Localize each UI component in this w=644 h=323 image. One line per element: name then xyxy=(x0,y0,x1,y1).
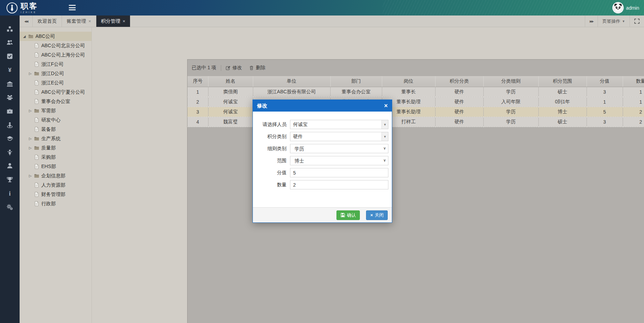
table-cell: 学历 xyxy=(483,87,538,97)
caret-collapsed-icon[interactable]: ▷ xyxy=(29,137,34,140)
approval-check-icon[interactable] xyxy=(6,52,14,61)
tab-account-management[interactable]: 账套管理× xyxy=(62,15,96,27)
combo-arrow-icon[interactable]: ▼ xyxy=(382,120,388,129)
file-icon xyxy=(34,117,41,123)
tree-node[interactable]: ABC公司北京分公司 xyxy=(20,41,92,50)
field-input[interactable] xyxy=(290,180,388,189)
caret-expanded-icon[interactable]: ◢ xyxy=(23,34,28,38)
tab-welcome-home[interactable]: 欢迎首页 xyxy=(33,15,62,27)
field-combobox[interactable] xyxy=(290,132,388,141)
cubes-icon[interactable] xyxy=(6,24,14,33)
bank-icon[interactable] xyxy=(6,79,14,88)
tab-operations-dropdown[interactable]: 页签操作 ▼ xyxy=(598,15,630,27)
form-row: 细则类别学历∨ xyxy=(253,144,392,153)
tree-node[interactable]: ◢ABC公司 xyxy=(20,32,92,41)
field-select[interactable]: 博士 xyxy=(290,156,388,165)
tree-node-label: 质量部 xyxy=(41,145,56,151)
salary-yen-icon[interactable]: ¥ xyxy=(6,65,14,74)
column-header[interactable]: 积分分类 xyxy=(435,76,483,87)
caret-collapsed-icon[interactable]: ▷ xyxy=(29,174,34,178)
column-header[interactable]: 单位 xyxy=(253,76,330,87)
tree-node[interactable]: ▷军需部 xyxy=(20,106,92,115)
column-header[interactable]: 数量 xyxy=(623,76,644,87)
info-icon[interactable]: i xyxy=(6,189,14,198)
toolbar-divider xyxy=(221,65,221,71)
tree-node[interactable]: ABC公司上海分公司 xyxy=(20,50,92,60)
column-header[interactable]: 部门 xyxy=(330,76,382,87)
field-input[interactable] xyxy=(290,168,388,177)
tree-node-label: 企划信息部 xyxy=(41,173,65,179)
tab-close-icon[interactable]: × xyxy=(123,19,126,23)
tree-node[interactable]: ▷浙江D公司 xyxy=(20,69,92,78)
table-cell: 硕士 xyxy=(538,87,587,97)
table-row[interactable]: 1窦倍阁浙江ABC股份有限公司董事会办公室董事长硬件学历硕士3133 xyxy=(187,87,644,97)
dialog-footer: 确认 × 关闭 xyxy=(253,207,392,222)
tree-node[interactable]: EHS部 xyxy=(20,162,92,171)
field-select[interactable]: 学历 xyxy=(290,144,388,153)
column-header[interactable]: 分类细则 xyxy=(483,76,538,87)
graduation-cap-icon[interactable] xyxy=(6,134,14,143)
column-header[interactable]: 序号 xyxy=(187,76,208,87)
tree-node-label: EHS部 xyxy=(41,164,56,170)
tree-node[interactable]: 浙江F公司 xyxy=(20,60,92,69)
tree-node[interactable]: 采购部 xyxy=(20,153,92,162)
table-cell: 硬件 xyxy=(435,117,483,127)
gears-icon[interactable] xyxy=(6,202,14,211)
tree-node[interactable]: ABC公司宁夏分公司 xyxy=(20,87,92,97)
street-view-icon[interactable] xyxy=(6,121,14,129)
dialog-close-icon[interactable]: × xyxy=(384,103,388,109)
column-header[interactable]: 积分范围 xyxy=(538,76,587,87)
edit-button[interactable]: 修改 xyxy=(226,65,242,71)
table-cell: 浙江ABC股份有限公司 xyxy=(253,87,330,97)
user-icon[interactable] xyxy=(6,162,14,170)
form-row: 积分类别▼ xyxy=(253,132,392,141)
table-cell: 入司年限 xyxy=(483,97,538,107)
tabs-scroll-left-icon[interactable]: ◀◀ xyxy=(20,15,33,27)
dialog-header[interactable]: 修改 × xyxy=(253,100,392,112)
team-icon[interactable] xyxy=(6,93,14,102)
tree-node[interactable]: 行政部 xyxy=(20,199,92,208)
field-combobox[interactable] xyxy=(290,120,388,129)
selected-count-info: 已选中 1 项 xyxy=(192,65,216,71)
tree-node-label: 浙江D公司 xyxy=(41,71,64,77)
table-cell: 何诚宝 xyxy=(208,107,253,117)
growth-icon[interactable] xyxy=(6,148,14,157)
tree-node[interactable]: 浙江E公司 xyxy=(20,78,92,87)
combo-arrow-icon[interactable]: ▼ xyxy=(382,132,388,141)
column-header[interactable]: 分值 xyxy=(587,76,623,87)
close-button-label: 关闭 xyxy=(375,212,384,218)
trophy-icon[interactable] xyxy=(6,175,14,184)
tab-points-management[interactable]: 积分管理× xyxy=(96,15,130,27)
tree-node[interactable]: 人力资源部 xyxy=(20,180,92,190)
tree-node-label: 浙江E公司 xyxy=(41,80,64,86)
caret-collapsed-icon[interactable]: ▷ xyxy=(29,146,34,150)
tree-node[interactable]: 董事会办公室 xyxy=(20,97,92,106)
tree-node[interactable]: ▷质量部 xyxy=(20,143,92,153)
user-menu[interactable]: admin xyxy=(612,2,639,13)
tree-node-label: 行政部 xyxy=(41,201,56,207)
tree-node[interactable]: 财务管理部 xyxy=(20,190,92,199)
tab-close-icon[interactable]: × xyxy=(88,19,91,23)
tree-node[interactable]: 装备部 xyxy=(20,125,92,134)
confirm-button[interactable]: 确认 xyxy=(336,210,360,220)
app-header: 职客 IZHIKE admin xyxy=(0,0,644,15)
caret-collapsed-icon[interactable]: ▷ xyxy=(29,72,34,75)
tabs-scroll-right-icon[interactable]: ▶▶ xyxy=(585,15,598,27)
tree-node[interactable]: 研发中心 xyxy=(20,115,92,125)
column-header[interactable]: 姓名 xyxy=(208,76,253,87)
close-button[interactable]: × 关闭 xyxy=(366,210,388,220)
menu-toggle-icon[interactable] xyxy=(69,5,76,10)
caret-collapsed-icon[interactable]: ▷ xyxy=(29,109,34,113)
table-cell: 学历 xyxy=(483,107,538,117)
field-label: 细则类别 xyxy=(256,146,287,152)
fullscreen-icon[interactable] xyxy=(630,15,644,27)
column-header[interactable]: 岗位 xyxy=(382,76,435,87)
table-cell: 硕士 xyxy=(538,117,587,127)
briefcase-icon[interactable] xyxy=(6,107,14,116)
delete-button[interactable]: 删除 xyxy=(249,65,266,71)
members-icon[interactable] xyxy=(6,38,14,47)
file-icon xyxy=(34,90,41,95)
tree-node-label: 研发中心 xyxy=(41,117,61,123)
tree-node[interactable]: ▷生产系统 xyxy=(20,134,92,143)
tree-node[interactable]: ▷企划信息部 xyxy=(20,171,92,180)
